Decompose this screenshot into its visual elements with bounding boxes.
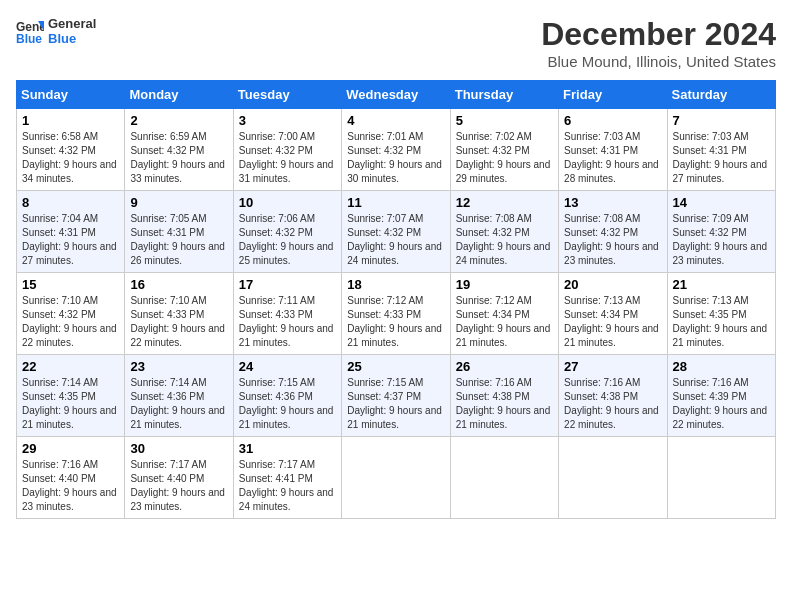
day-info: Sunrise: 7:15 AM Sunset: 4:36 PM Dayligh… [239,376,336,432]
sunset-label: Sunset: 4:31 PM [564,145,638,156]
day-number: 10 [239,195,336,210]
daylight-label: Daylight: 9 hours and 22 minutes. [130,323,225,348]
daylight-label: Daylight: 9 hours and 22 minutes. [22,323,117,348]
sunset-label: Sunset: 4:39 PM [673,391,747,402]
calendar-day-cell: 31 Sunrise: 7:17 AM Sunset: 4:41 PM Dayl… [233,437,341,519]
calendar-day-cell: 5 Sunrise: 7:02 AM Sunset: 4:32 PM Dayli… [450,109,558,191]
day-number: 20 [564,277,661,292]
calendar-week-row: 1 Sunrise: 6:58 AM Sunset: 4:32 PM Dayli… [17,109,776,191]
day-info: Sunrise: 7:16 AM Sunset: 4:38 PM Dayligh… [564,376,661,432]
day-info: Sunrise: 7:01 AM Sunset: 4:32 PM Dayligh… [347,130,444,186]
calendar-day-cell: 23 Sunrise: 7:14 AM Sunset: 4:36 PM Dayl… [125,355,233,437]
day-number: 3 [239,113,336,128]
calendar-day-cell [342,437,450,519]
title-section: December 2024 Blue Mound, Illinois, Unit… [541,16,776,70]
day-number: 1 [22,113,119,128]
sunrise-label: Sunrise: 7:13 AM [673,295,749,306]
sunset-label: Sunset: 4:32 PM [673,227,747,238]
calendar-day-cell [559,437,667,519]
day-number: 28 [673,359,770,374]
day-info: Sunrise: 7:14 AM Sunset: 4:36 PM Dayligh… [130,376,227,432]
daylight-label: Daylight: 9 hours and 29 minutes. [456,159,551,184]
calendar-day-cell: 8 Sunrise: 7:04 AM Sunset: 4:31 PM Dayli… [17,191,125,273]
sunset-label: Sunset: 4:40 PM [22,473,96,484]
day-number: 25 [347,359,444,374]
day-info: Sunrise: 7:17 AM Sunset: 4:40 PM Dayligh… [130,458,227,514]
sunset-label: Sunset: 4:41 PM [239,473,313,484]
daylight-label: Daylight: 9 hours and 27 minutes. [22,241,117,266]
day-info: Sunrise: 7:10 AM Sunset: 4:33 PM Dayligh… [130,294,227,350]
sunrise-label: Sunrise: 7:07 AM [347,213,423,224]
sunset-label: Sunset: 4:37 PM [347,391,421,402]
calendar-day-cell: 13 Sunrise: 7:08 AM Sunset: 4:32 PM Dayl… [559,191,667,273]
sunrise-label: Sunrise: 7:08 AM [564,213,640,224]
sunset-label: Sunset: 4:32 PM [130,145,204,156]
day-info: Sunrise: 7:16 AM Sunset: 4:39 PM Dayligh… [673,376,770,432]
day-number: 21 [673,277,770,292]
day-info: Sunrise: 7:03 AM Sunset: 4:31 PM Dayligh… [673,130,770,186]
location-title: Blue Mound, Illinois, United States [541,53,776,70]
calendar-day-cell: 15 Sunrise: 7:10 AM Sunset: 4:32 PM Dayl… [17,273,125,355]
day-number: 19 [456,277,553,292]
sunset-label: Sunset: 4:32 PM [347,145,421,156]
daylight-label: Daylight: 9 hours and 23 minutes. [130,487,225,512]
logo-general: General [48,16,96,31]
sunset-label: Sunset: 4:31 PM [130,227,204,238]
daylight-label: Daylight: 9 hours and 24 minutes. [456,241,551,266]
day-info: Sunrise: 7:06 AM Sunset: 4:32 PM Dayligh… [239,212,336,268]
sunset-label: Sunset: 4:32 PM [347,227,421,238]
sunset-label: Sunset: 4:38 PM [456,391,530,402]
day-number: 5 [456,113,553,128]
calendar-week-row: 29 Sunrise: 7:16 AM Sunset: 4:40 PM Dayl… [17,437,776,519]
daylight-label: Daylight: 9 hours and 34 minutes. [22,159,117,184]
daylight-label: Daylight: 9 hours and 33 minutes. [130,159,225,184]
sunrise-label: Sunrise: 7:16 AM [456,377,532,388]
sunrise-label: Sunrise: 7:13 AM [564,295,640,306]
calendar-day-cell: 7 Sunrise: 7:03 AM Sunset: 4:31 PM Dayli… [667,109,775,191]
sunset-label: Sunset: 4:32 PM [22,145,96,156]
calendar-day-cell: 9 Sunrise: 7:05 AM Sunset: 4:31 PM Dayli… [125,191,233,273]
sunrise-label: Sunrise: 7:14 AM [22,377,98,388]
calendar-day-cell: 25 Sunrise: 7:15 AM Sunset: 4:37 PM Dayl… [342,355,450,437]
daylight-label: Daylight: 9 hours and 25 minutes. [239,241,334,266]
sunrise-label: Sunrise: 7:03 AM [673,131,749,142]
sunrise-label: Sunrise: 7:06 AM [239,213,315,224]
sunset-label: Sunset: 4:32 PM [239,145,313,156]
sunset-label: Sunset: 4:36 PM [239,391,313,402]
daylight-label: Daylight: 9 hours and 23 minutes. [564,241,659,266]
sunrise-label: Sunrise: 7:16 AM [564,377,640,388]
sunset-label: Sunset: 4:32 PM [239,227,313,238]
daylight-label: Daylight: 9 hours and 22 minutes. [673,405,768,430]
sunset-label: Sunset: 4:35 PM [673,309,747,320]
sunset-label: Sunset: 4:32 PM [456,227,530,238]
calendar-day-cell: 26 Sunrise: 7:16 AM Sunset: 4:38 PM Dayl… [450,355,558,437]
day-info: Sunrise: 7:07 AM Sunset: 4:32 PM Dayligh… [347,212,444,268]
day-info: Sunrise: 7:12 AM Sunset: 4:33 PM Dayligh… [347,294,444,350]
daylight-label: Daylight: 9 hours and 21 minutes. [239,323,334,348]
calendar-week-row: 15 Sunrise: 7:10 AM Sunset: 4:32 PM Dayl… [17,273,776,355]
calendar-day-cell: 28 Sunrise: 7:16 AM Sunset: 4:39 PM Dayl… [667,355,775,437]
day-number: 18 [347,277,444,292]
calendar-day-cell: 18 Sunrise: 7:12 AM Sunset: 4:33 PM Dayl… [342,273,450,355]
calendar-day-cell [450,437,558,519]
day-info: Sunrise: 7:04 AM Sunset: 4:31 PM Dayligh… [22,212,119,268]
weekday-header: Friday [559,81,667,109]
day-number: 15 [22,277,119,292]
calendar-table: SundayMondayTuesdayWednesdayThursdayFrid… [16,80,776,519]
weekday-header: Wednesday [342,81,450,109]
sunrise-label: Sunrise: 7:17 AM [239,459,315,470]
sunset-label: Sunset: 4:32 PM [456,145,530,156]
day-number: 17 [239,277,336,292]
calendar-day-cell: 21 Sunrise: 7:13 AM Sunset: 4:35 PM Dayl… [667,273,775,355]
sunrise-label: Sunrise: 7:10 AM [130,295,206,306]
sunset-label: Sunset: 4:36 PM [130,391,204,402]
day-number: 8 [22,195,119,210]
day-number: 9 [130,195,227,210]
day-info: Sunrise: 7:08 AM Sunset: 4:32 PM Dayligh… [456,212,553,268]
day-number: 24 [239,359,336,374]
calendar-header-row: SundayMondayTuesdayWednesdayThursdayFrid… [17,81,776,109]
day-info: Sunrise: 7:13 AM Sunset: 4:34 PM Dayligh… [564,294,661,350]
sunset-label: Sunset: 4:33 PM [239,309,313,320]
sunrise-label: Sunrise: 7:02 AM [456,131,532,142]
day-number: 11 [347,195,444,210]
